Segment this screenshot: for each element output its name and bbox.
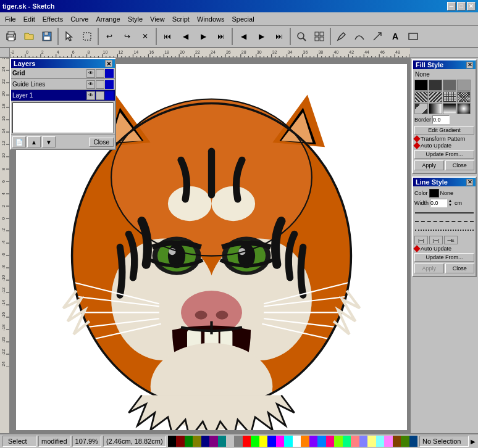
palette-color[interactable]: [218, 436, 226, 447]
text-tool[interactable]: A: [387, 28, 404, 45]
edit-gradient-btn[interactable]: Edit Gradient: [414, 126, 474, 135]
palette-color[interactable]: [376, 436, 384, 447]
menu-file[interactable]: File: [1, 14, 20, 24]
palette-color[interactable]: [226, 436, 234, 447]
next2-tool[interactable]: ▶: [253, 28, 270, 45]
palette-color[interactable]: [176, 436, 184, 447]
palette-color[interactable]: [309, 436, 317, 447]
save-tool[interactable]: [38, 28, 56, 45]
palette-color[interactable]: [209, 436, 217, 447]
palette-color[interactable]: [384, 436, 392, 447]
prev2-tool[interactable]: ◀: [235, 28, 252, 45]
palette-color[interactable]: [267, 436, 275, 447]
palette-color[interactable]: [234, 436, 242, 447]
palette-color[interactable]: [201, 436, 209, 447]
line-update-from-btn[interactable]: Update From...: [414, 253, 474, 262]
print-tool[interactable]: [2, 28, 20, 45]
menu-arrange[interactable]: Arrange: [92, 14, 124, 24]
layer-1[interactable]: Layer 1 👁: [11, 90, 115, 101]
redo-tool[interactable]: ↪: [119, 28, 136, 45]
palette-color[interactable]: [276, 436, 284, 447]
palette-color[interactable]: [243, 436, 251, 447]
palette-color[interactable]: [401, 436, 409, 447]
palette-color[interactable]: [193, 436, 201, 447]
swatch-black[interactable]: [414, 80, 428, 91]
grid-lock-icon[interactable]: [96, 69, 104, 78]
last-tool[interactable]: ⏭: [212, 28, 230, 45]
delete-tool[interactable]: ✕: [136, 28, 154, 45]
arrow-tool[interactable]: [369, 28, 386, 45]
line-apply-btn[interactable]: Apply: [414, 263, 444, 273]
palette-color[interactable]: [185, 436, 193, 447]
swatch-light[interactable]: [457, 80, 471, 91]
swatch-mid[interactable]: [443, 80, 456, 91]
zoom-tool[interactable]: [293, 28, 310, 45]
palette-scroll-right[interactable]: ▶: [471, 438, 476, 445]
layer1-lock-icon[interactable]: [96, 91, 104, 100]
palette-color[interactable]: [367, 436, 375, 447]
last2-tool[interactable]: ⏭: [270, 28, 288, 45]
layer-down-btn[interactable]: ▼: [42, 136, 56, 147]
layers-close-x[interactable]: ✕: [105, 60, 112, 67]
palette-color[interactable]: [168, 436, 176, 447]
fill-none-option[interactable]: None: [414, 70, 474, 78]
layers-close-btn[interactable]: Close: [89, 138, 114, 147]
close-window-button[interactable]: ✕: [467, 2, 476, 10]
line-solid[interactable]: [414, 209, 474, 217]
grid-tool[interactable]: [311, 28, 328, 45]
minimize-button[interactable]: ─: [447, 2, 456, 10]
palette-color[interactable]: [351, 436, 359, 447]
first-tool[interactable]: ⏮: [159, 28, 176, 45]
palette-color[interactable]: [317, 436, 325, 447]
pen-tool[interactable]: [333, 28, 350, 45]
palette-color[interactable]: [301, 436, 309, 447]
swatch-grad1[interactable]: [414, 103, 428, 114]
undo-tool[interactable]: ↩: [101, 28, 118, 45]
prev-tool[interactable]: ◀: [177, 28, 194, 45]
palette-color[interactable]: [359, 436, 367, 447]
line-dashed[interactable]: [414, 217, 474, 226]
rect-tool[interactable]: [405, 28, 422, 45]
palette-color[interactable]: [293, 436, 301, 447]
line-width-input[interactable]: [430, 199, 447, 207]
palette-color[interactable]: [343, 436, 351, 447]
swatch-diag2[interactable]: [429, 91, 442, 102]
menu-style[interactable]: Style: [124, 14, 146, 24]
next-tool[interactable]: ▶: [195, 28, 212, 45]
line-color-swatch[interactable]: [429, 189, 439, 197]
palette-color[interactable]: [284, 436, 292, 447]
curve-tool[interactable]: [351, 28, 368, 45]
menu-windows[interactable]: Windows: [193, 14, 229, 24]
select-tool[interactable]: [61, 28, 78, 45]
guide-eye-icon[interactable]: 👁: [86, 80, 95, 89]
palette-color[interactable]: [326, 436, 334, 447]
maximize-button[interactable]: □: [457, 2, 466, 10]
palette-color[interactable]: [259, 436, 267, 447]
grid-eye-icon[interactable]: 👁: [86, 69, 95, 78]
swatch-dark[interactable]: [429, 80, 442, 91]
menu-view[interactable]: View: [146, 14, 169, 24]
palette-color[interactable]: [251, 436, 259, 447]
border-input[interactable]: [432, 115, 450, 124]
fill-apply-btn[interactable]: Apply: [414, 160, 444, 170]
line-close-btn2[interactable]: Close: [445, 263, 475, 273]
fill-close-btn[interactable]: ✕: [466, 62, 473, 68]
menu-edit[interactable]: Edit: [20, 14, 39, 24]
palette-color[interactable]: [393, 436, 401, 447]
open-tool[interactable]: [20, 28, 38, 45]
menu-special[interactable]: Special: [229, 14, 258, 24]
palette-color[interactable]: [334, 436, 342, 447]
rect-select-tool[interactable]: [78, 28, 96, 45]
end-round[interactable]: )─(: [429, 236, 443, 244]
fill-update-from-btn[interactable]: Update From...: [414, 150, 474, 159]
new-layer-btn[interactable]: 📄: [12, 136, 26, 147]
line-width-spinner[interactable]: ▲ ▼: [448, 199, 453, 207]
end-arrow[interactable]: ─E: [444, 236, 458, 244]
fill-close-btn2[interactable]: Close: [445, 160, 475, 170]
swatch-grad3[interactable]: [443, 103, 456, 114]
menu-script[interactable]: Script: [169, 14, 193, 24]
layer-up-btn[interactable]: ▲: [27, 136, 41, 147]
swatch-cross1[interactable]: [443, 91, 456, 102]
guide-lock-icon[interactable]: [96, 80, 104, 89]
menu-curve[interactable]: Curve: [67, 14, 92, 24]
